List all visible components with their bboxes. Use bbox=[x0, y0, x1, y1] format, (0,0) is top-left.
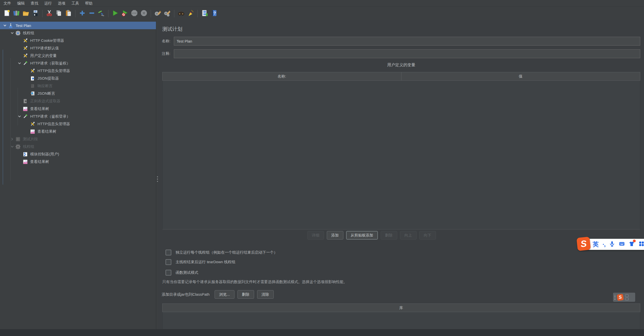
udv-down-button[interactable]: 向下 bbox=[419, 231, 436, 240]
splitter-grip-icon[interactable] bbox=[157, 176, 158, 182]
shutdown-button[interactable] bbox=[140, 9, 148, 18]
tree-item-8[interactable]: JSON提取器 bbox=[0, 75, 156, 82]
collapse-all-button[interactable] bbox=[88, 9, 96, 18]
start-icon bbox=[112, 10, 119, 18]
clear-all-button[interactable] bbox=[163, 9, 172, 18]
open-file-button[interactable] bbox=[22, 9, 30, 18]
tools-icon bbox=[30, 68, 35, 74]
chevron-down-icon[interactable] bbox=[9, 31, 15, 35]
toolbar-separator bbox=[75, 10, 75, 17]
function-helper-icon bbox=[201, 10, 208, 18]
cut-button[interactable] bbox=[45, 9, 54, 18]
function-helper-button[interactable] bbox=[200, 9, 209, 18]
udv-table-body[interactable] bbox=[162, 81, 640, 229]
expand-all-button[interactable] bbox=[78, 9, 87, 18]
menu-bar: 文件编辑查找运行选项工具帮助 bbox=[0, 0, 644, 7]
clear-icon bbox=[154, 10, 161, 18]
library-column[interactable]: 库 bbox=[162, 304, 640, 312]
tree-item-4[interactable]: HTTP请求默认值 bbox=[0, 44, 156, 52]
menu-item-3[interactable]: 查找 bbox=[28, 0, 41, 7]
skin-icon[interactable] bbox=[629, 241, 635, 248]
sogou-logo[interactable]: S bbox=[576, 237, 591, 251]
udv-up-button[interactable]: 向上 bbox=[400, 231, 417, 240]
toolbar-separator bbox=[42, 10, 43, 17]
udv-add-button[interactable]: 添加 bbox=[327, 231, 343, 240]
dropper-icon bbox=[23, 114, 28, 119]
ime-mini-widget[interactable]: S bbox=[613, 293, 635, 302]
paste-button[interactable] bbox=[64, 9, 73, 18]
menu-item-6[interactable]: 工具 bbox=[68, 0, 82, 7]
tree-item-16[interactable]: 测试片段 bbox=[0, 135, 156, 143]
ime-language-mode[interactable]: 英 bbox=[593, 240, 599, 248]
search-button[interactable] bbox=[177, 9, 185, 18]
start-button[interactable] bbox=[111, 9, 119, 18]
toggle-button[interactable] bbox=[97, 9, 106, 18]
tree-item-3[interactable]: HTTP Cookie管理器 bbox=[0, 37, 156, 44]
svg-text:STOP: STOP bbox=[132, 12, 137, 14]
help-button[interactable]: ? bbox=[210, 9, 218, 18]
ime-punctuation-icon[interactable]: ·, bbox=[602, 241, 605, 248]
tree-item-19[interactable]: 查看结果树 bbox=[0, 158, 156, 166]
tree-item-15[interactable]: 查看结果树 bbox=[0, 128, 156, 135]
tree-item-18[interactable]: 模块控制器(用户) bbox=[0, 151, 156, 158]
templates-button[interactable] bbox=[12, 9, 21, 18]
tree-item-5[interactable]: 用户定义的变量 bbox=[0, 52, 156, 59]
checkbox[interactable] bbox=[166, 250, 171, 255]
stop-button[interactable]: STOP bbox=[130, 9, 139, 18]
tree-item-12[interactable]: 查看结果树 bbox=[0, 105, 156, 113]
tree-item-17[interactable]: 线程组 bbox=[0, 143, 156, 151]
sogou-logo-small[interactable]: S bbox=[617, 294, 624, 301]
library-table-body[interactable] bbox=[162, 312, 640, 329]
tree-item-13[interactable]: HTTP请求（鉴权登录） bbox=[0, 113, 156, 120]
mic-icon[interactable] bbox=[609, 241, 615, 248]
save-button[interactable] bbox=[31, 9, 40, 18]
toolbox-icon[interactable] bbox=[638, 241, 644, 248]
udv-delete-button[interactable]: 删除 bbox=[381, 231, 397, 240]
checkbox[interactable] bbox=[166, 259, 171, 265]
tree-item-label: JSON提取器 bbox=[37, 76, 59, 81]
clear-button[interactable] bbox=[153, 9, 162, 18]
tree-item-label: HTTP信息头管理器 bbox=[37, 122, 70, 126]
drag-handle-icon[interactable] bbox=[615, 295, 615, 300]
tree-item-7[interactable]: HTTP信息头管理器 bbox=[0, 67, 156, 75]
udv-section-title: 用户定义的变量 bbox=[162, 62, 640, 68]
chevron-down-icon[interactable] bbox=[16, 115, 23, 118]
new-file-button[interactable] bbox=[3, 9, 11, 18]
comment-input[interactable] bbox=[174, 49, 640, 58]
checkbox[interactable] bbox=[166, 270, 171, 276]
classpath-delete-button[interactable]: 删除 bbox=[237, 290, 254, 299]
udv-add-from-clipboard-button[interactable]: 从剪贴板添加 bbox=[346, 231, 378, 240]
udv-column-name[interactable]: 名称: bbox=[162, 72, 401, 81]
tree-item-9[interactable]: 响应断言 bbox=[0, 82, 156, 90]
reset-search-button[interactable] bbox=[186, 9, 195, 18]
tree-item-2[interactable]: 线程组 bbox=[0, 29, 156, 37]
chevron-down-icon[interactable] bbox=[16, 62, 23, 65]
tree-item-14[interactable]: HTTP信息头管理器 bbox=[0, 120, 156, 128]
udv-column-value[interactable]: 值 bbox=[401, 72, 640, 81]
menu-item-1[interactable]: 文件 bbox=[1, 0, 14, 7]
chevron-right-icon[interactable] bbox=[9, 138, 15, 141]
toolbar-separator bbox=[174, 10, 174, 17]
copy-button[interactable] bbox=[55, 9, 63, 18]
name-input[interactable] bbox=[174, 37, 640, 46]
menu-item-7[interactable]: 帮助 bbox=[82, 0, 96, 7]
menu-item-2[interactable]: 编辑 bbox=[14, 0, 28, 7]
page-title: 测试计划 bbox=[162, 26, 182, 32]
menu-item-5[interactable]: 选项 bbox=[55, 0, 68, 7]
keyboard-icon[interactable] bbox=[619, 241, 625, 248]
ime-bar: 英 ·, bbox=[581, 239, 644, 250]
menu-item-4[interactable]: 运行 bbox=[41, 0, 55, 7]
udv-detail-button[interactable]: 详细 bbox=[307, 231, 324, 240]
tree-item-6[interactable]: HTTP请求（获取鉴权） bbox=[0, 59, 156, 67]
tree-item-label: 线程组 bbox=[23, 144, 34, 149]
doc-arrow-icon bbox=[30, 76, 35, 81]
chevron-down-icon[interactable] bbox=[9, 145, 15, 148]
tree-item-10[interactable]: JSON断言 bbox=[0, 90, 156, 97]
start-no-timers-button[interactable] bbox=[120, 9, 129, 18]
tree-item-label: 模块控制器(用户) bbox=[30, 152, 59, 157]
tree-item-1[interactable]: Test Plan bbox=[0, 22, 156, 29]
classpath-browse-button[interactable]: 浏览... bbox=[215, 290, 234, 299]
tree-item-11[interactable]: 正则表达式提取器 bbox=[0, 97, 156, 105]
classpath-clear-button[interactable]: 清除 bbox=[257, 290, 274, 299]
chevron-down-icon[interactable] bbox=[2, 24, 8, 27]
